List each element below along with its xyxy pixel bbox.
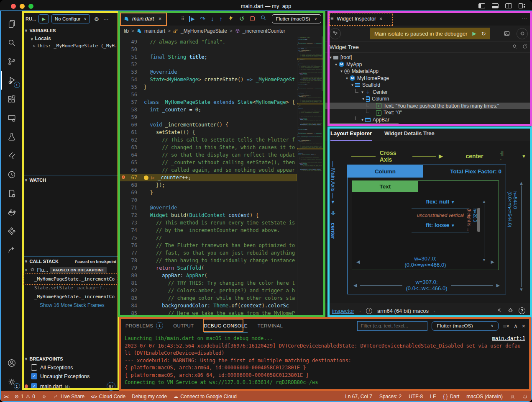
problems-status[interactable]: ⊘ 1 ⚠ 0 xyxy=(15,394,35,399)
panel-tab-output[interactable]: OUTPUT xyxy=(173,319,194,333)
code-line[interactable]: 73 // This method is rerun every time se… xyxy=(119,219,297,227)
eol-setting[interactable]: LF xyxy=(430,394,436,399)
os-target[interactable]: macOS (darwin) xyxy=(466,394,503,399)
notifications-bell-icon[interactable] xyxy=(522,394,528,399)
breakpoint-item[interactable]: ✓Uncaught Exceptions xyxy=(23,372,119,381)
lightbulb-icon[interactable] xyxy=(144,175,148,180)
code-editor[interactable]: 49 // always marked "final".5051 final S… xyxy=(119,36,325,318)
toggle-secondary-sidebar-icon[interactable] xyxy=(505,3,512,8)
continue-icon[interactable]: ▶ xyxy=(189,16,194,22)
restart-icon[interactable]: ↺ xyxy=(239,15,245,23)
tree-horizontal-scrollbar[interactable] xyxy=(328,123,399,126)
testing-icon[interactable] xyxy=(1,127,22,146)
code-line[interactable]: 62 // This call to setState tells the Fl… xyxy=(119,136,297,144)
code-line[interactable]: 52 xyxy=(119,61,297,68)
code-line[interactable]: 72 Widget build(BuildContext context) { xyxy=(119,211,297,219)
docker-icon[interactable] xyxy=(1,203,22,222)
cross-axis-alignment-value[interactable]: center xyxy=(466,153,483,160)
flutter-icon[interactable] xyxy=(1,146,22,165)
remote-indicator-icon[interactable]: >< xyxy=(4,394,8,399)
debug-more-actions-icon[interactable]: ⋯ xyxy=(103,16,109,22)
main-axis-alignment-value[interactable]: center xyxy=(330,223,336,239)
step-over-icon[interactable]: ↷ xyxy=(200,15,205,23)
column-label[interactable]: Column xyxy=(348,165,423,178)
maximize-panel-icon[interactable]: ∧ xyxy=(514,323,518,329)
code-line[interactable]: 66 // called again, and so nothing would… xyxy=(119,166,297,174)
code-line[interactable]: 85 // Here we take the value from the My… xyxy=(297,125,325,126)
panel-tab-terminal[interactable]: TERMINAL xyxy=(258,319,283,333)
source-control-icon[interactable] xyxy=(1,52,22,71)
help-icon[interactable]: ? xyxy=(519,307,525,314)
code-line[interactable]: 54 State<MyHomePage> createState() => _M… xyxy=(119,76,297,83)
code-line[interactable]: 75 // xyxy=(119,234,297,242)
panel-tab-problems[interactable]: PROBLEMS1 xyxy=(125,319,163,333)
code-line[interactable]: 68 }); xyxy=(119,181,297,189)
settings-gear-icon[interactable]: 1 xyxy=(1,372,22,391)
breakpoint-checkbox[interactable] xyxy=(31,364,37,371)
code-line[interactable]: 58 int _counter = 0; xyxy=(119,106,297,113)
code-line[interactable]: 77 // fast, so that you can just rebuild… xyxy=(119,249,297,257)
widget-tree-node[interactable]: ▾MMyHomePage xyxy=(325,75,532,82)
pub-packages-icon[interactable] xyxy=(1,165,22,184)
indentation-setting[interactable]: Spaces: 2 xyxy=(379,394,402,399)
breakpoint-checkbox[interactable]: ✓ xyxy=(31,383,37,389)
code-line[interactable]: 64 // so that the display can reflect th… xyxy=(119,151,297,159)
code-line[interactable]: 74 // by the _incrementCounter method ab… xyxy=(119,227,297,234)
hot-reload-icon[interactable] xyxy=(228,15,234,23)
code-line[interactable]: 78 // than having to individually change… xyxy=(119,257,297,264)
tree-search-icon[interactable] xyxy=(512,44,518,51)
extensions-icon[interactable] xyxy=(1,90,22,108)
code-line[interactable]: 76 // The Flutter framework has been opt… xyxy=(119,242,297,249)
show-more-frames-link[interactable]: Show 16 More Stack Frames xyxy=(23,301,119,309)
tree-refresh-icon[interactable] xyxy=(522,44,528,51)
feedback-icon[interactable] xyxy=(510,394,515,399)
code-line[interactable]: 50 xyxy=(119,46,297,53)
inspect-widget-icon[interactable] xyxy=(260,15,266,23)
close-inspector-tab-icon[interactable]: × xyxy=(379,16,382,22)
code-line[interactable]: 49 // always marked "final". xyxy=(119,38,297,46)
console-session-dropdown[interactable]: Flutter (macOS)∨ xyxy=(432,321,499,331)
customize-layout-icon[interactable] xyxy=(519,3,525,8)
widget-tree-node[interactable]: ▾[root] xyxy=(325,54,532,61)
fit-dropdown[interactable]: fit: loose ▼ xyxy=(409,222,472,228)
code-line[interactable]: 84 backgroundColor: Theme.of(context).co… xyxy=(119,302,297,309)
code-line[interactable]: 81 // TRY THIS: Try changing the color h… xyxy=(119,279,297,287)
inspector-footer-link[interactable]: inspector xyxy=(332,308,354,314)
flex-dropdown[interactable]: flex: null ▼ xyxy=(409,198,472,205)
debug-settings-gear-icon[interactable]: ⚙ xyxy=(94,16,99,22)
breadcrumb-lib[interactable]: lib xyxy=(124,28,129,34)
cloud-code-icon[interactable] xyxy=(1,184,22,203)
console-filter-input[interactable] xyxy=(357,321,427,331)
code-line[interactable]: 83 // change color while the other color… xyxy=(119,294,297,302)
widget-tree-node[interactable]: ▾Scaffold xyxy=(325,82,532,89)
widget-tree-node[interactable]: ▾÷Center xyxy=(325,89,532,96)
close-panel-icon[interactable]: × xyxy=(522,323,525,329)
code-line[interactable]: 80 appBar: AppBar( xyxy=(119,272,297,279)
text-widget-box[interactable]: Text flex: null ▼ unconstrained vertical… xyxy=(352,180,499,270)
launch-profile-dropdown[interactable]: Flutter (macOS)∨ xyxy=(272,14,321,23)
breakpoints-header[interactable]: ∨BREAKPOINTS xyxy=(23,354,119,363)
toggle-sidebar-icon[interactable] xyxy=(478,3,485,8)
code-line[interactable]: 67▷_counter++; xyxy=(119,174,297,181)
inspector-settings-gear-icon[interactable] xyxy=(517,28,528,39)
screenshot-icon[interactable] xyxy=(501,28,512,39)
code-line[interactable]: 69 } xyxy=(119,189,297,196)
code-line[interactable]: 59 xyxy=(119,113,297,121)
breadcrumb-file[interactable]: main.dart xyxy=(144,28,165,34)
variable-this-row[interactable]: >this: _MyHomePageState (_MyH... xyxy=(23,42,119,49)
breakpoint-item[interactable]: ✓main.dartlib67 xyxy=(23,381,119,391)
code-line[interactable]: 70 xyxy=(119,196,297,204)
stop-icon[interactable] xyxy=(250,16,255,21)
code-line[interactable]: 51 final String title; xyxy=(119,53,297,61)
stack-frame[interactable]: _MyHomePageState._incrementCo xyxy=(29,275,119,283)
widget-tree-node[interactable]: ▾AppBar xyxy=(325,116,532,124)
locals-header[interactable]: ∨Locals xyxy=(23,35,119,42)
debug-config-dropdown[interactable]: No Configur∨ xyxy=(51,14,90,23)
hot-restart-icon[interactable]: ↻ xyxy=(481,31,486,37)
clear-console-icon[interactable]: ≡× xyxy=(503,323,509,329)
encoding-setting[interactable]: UTF-8 xyxy=(409,394,423,399)
devtools-settings-gear-icon[interactable] xyxy=(496,307,502,314)
breakpoint-checkbox[interactable]: ✓ xyxy=(31,373,37,379)
search-icon[interactable] xyxy=(1,33,22,52)
widget-tree-node[interactable]: ▾MMaterialApp xyxy=(325,68,532,75)
